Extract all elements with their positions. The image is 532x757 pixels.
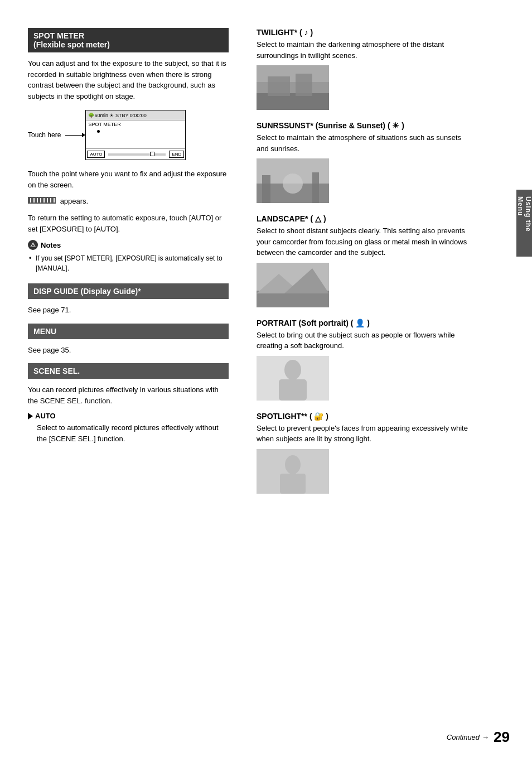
svg-rect-16 — [279, 379, 307, 401]
sidebar-label: Using the Menu — [516, 196, 532, 250]
triangle-icon — [28, 413, 33, 420]
screen-diagram: Touch here 🌳60min ☀ STBY 0:00:00 SPOT ME… — [28, 110, 229, 160]
touch-here-label: Touch here — [28, 131, 61, 139]
touch-arrow: Touch here — [28, 131, 85, 139]
portrait-body: Select to bring out the subject such as … — [257, 330, 474, 351]
sunrise-title: SUNRSSUNST* (Sunrise & Sunset) ( ☀ ) — [257, 121, 474, 130]
portrait-svg — [257, 356, 329, 401]
menu-body: See page 35. — [28, 345, 229, 356]
notes-header: ⚠ Notes — [28, 240, 229, 250]
appears-text: appears. — [60, 197, 89, 205]
landscape-image — [257, 263, 329, 307]
sidebar-tab: Using the Menu — [516, 190, 532, 257]
screen-spot-meter-label: SPOT METER — [88, 122, 120, 127]
auto-body: Select to automatically record pictures … — [28, 422, 229, 444]
slider-handle — [150, 152, 154, 156]
spot-meter-body2: Touch the point where you want to fix an… — [28, 168, 229, 190]
spotlight-body: Select to prevent people's faces from ap… — [257, 423, 474, 445]
sunrise-body: Select to maintain the atmosphere of sit… — [257, 132, 474, 154]
svg-point-7 — [283, 173, 303, 194]
svg-point-15 — [284, 360, 301, 380]
svg-rect-3 — [268, 76, 290, 96]
twilight-svg — [257, 65, 329, 110]
continued-text: Continued — [447, 733, 480, 741]
sunrise-image — [257, 158, 329, 203]
landscape-svg — [257, 263, 329, 307]
spotlight-image — [257, 449, 329, 494]
arrow-line — [65, 135, 82, 136]
disp-guide-header: DISP GUIDE (Display Guide)* — [28, 283, 229, 299]
screen-dot — [97, 130, 100, 133]
auto-btn: AUTO — [87, 151, 105, 158]
twilight-section: TWILIGHT* ( ♪ ) Select to maintain the d… — [257, 28, 474, 110]
page-footer: Continued → 29 — [447, 729, 510, 746]
menu-header: MENU — [28, 324, 229, 339]
screen-box: 🌳60min ☀ STBY 0:00:00 SPOT METER AUTO EN… — [85, 110, 186, 160]
spotlight-title: SPOTLIGHT** ( 🔐 ) — [257, 412, 474, 421]
spot-meter-body3: To return the setting to automatic expos… — [28, 213, 229, 234]
portrait-section: PORTRAIT (Soft portrait) ( 👤 ) Select to… — [257, 319, 474, 401]
notes-bullet-1: If you set [SPOT METER], [EXPOSURE] is a… — [28, 253, 229, 273]
continued-arrow: → — [482, 733, 489, 741]
disp-guide-body: See page 71. — [28, 305, 229, 316]
auto-label: AUTO — [35, 412, 56, 420]
twilight-body: Select to maintain the darkening atmosph… — [257, 39, 474, 61]
sunrise-svg — [257, 158, 329, 203]
scene-sel-body: You can record pictures effectively in v… — [28, 384, 229, 406]
svg-rect-8 — [262, 175, 270, 203]
spot-meter-header: SPOT METER(Flexible spot meter) — [28, 28, 229, 52]
content: SPOT METER(Flexible spot meter) You can … — [0, 17, 532, 740]
spot-meter-body1: You can adjust and fix the exposure to t… — [28, 58, 229, 102]
twilight-title: TWILIGHT* ( ♪ ) — [257, 28, 474, 37]
portrait-title: PORTRAIT (Soft portrait) ( 👤 ) — [257, 319, 474, 327]
landscape-title: LANDSCAPE* ( △ ) — [257, 214, 474, 223]
sunrise-section: SUNRSSUNST* (Sunrise & Sunset) ( ☀ ) Sel… — [257, 121, 474, 203]
scene-sel-header: SCENE SEL. — [28, 363, 229, 379]
landscape-section: LANDSCAPE* ( △ ) Select to shoot distant… — [257, 214, 474, 307]
arrow-indicator — [28, 197, 58, 204]
page: Using the Menu SPOT METER(Flexible spot … — [0, 0, 532, 757]
notes-label: Notes — [41, 241, 61, 249]
portrait-image — [257, 356, 329, 401]
svg-point-18 — [285, 455, 301, 474]
screen-bottom-bar: AUTO END — [86, 148, 185, 160]
screen-slider — [108, 153, 166, 156]
screen-topbar-text: 🌳60min ☀ STBY 0:00:00 — [88, 113, 146, 118]
auto-header: AUTO — [28, 412, 229, 420]
notes-icon: ⚠ — [28, 240, 38, 250]
svg-rect-1 — [257, 93, 329, 110]
landscape-body: Select to shoot distant subjects clearly… — [257, 225, 474, 258]
spotlight-svg — [257, 449, 329, 494]
twilight-image — [257, 65, 329, 110]
end-btn: END — [169, 151, 184, 158]
svg-rect-9 — [312, 172, 319, 203]
menu-section: MENU See page 35. — [28, 324, 229, 356]
scene-sel-section: SCENE SEL. You can record pictures effec… — [28, 363, 229, 444]
screen-top-bar: 🌳60min ☀ STBY 0:00:00 — [86, 110, 185, 120]
left-column: SPOT METER(Flexible spot meter) You can … — [0, 22, 245, 735]
svg-rect-2 — [257, 82, 329, 93]
right-column: TWILIGHT* ( ♪ ) Select to maintain the d… — [245, 22, 502, 735]
spotlight-section: SPOTLIGHT** ( 🔐 ) Select to prevent peop… — [257, 412, 474, 494]
svg-rect-4 — [296, 74, 312, 96]
page-number: 29 — [494, 729, 510, 746]
disp-guide-section: DISP GUIDE (Display Guide)* See page 71. — [28, 283, 229, 316]
svg-rect-19 — [280, 474, 306, 494]
